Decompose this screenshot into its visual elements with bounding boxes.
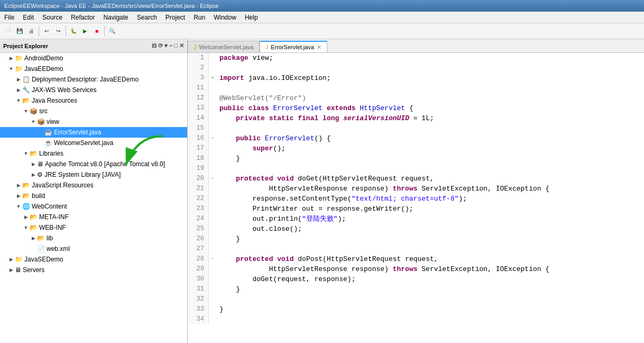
tree-item-jre[interactable]: ▶⚙JRE System Library [JAVA] [0,169,187,180]
tree-arrow-jsres: ▶ [15,183,22,188]
tree-icon-javasdemo: 📁 [15,256,23,263]
tree-item-webxml[interactable]: 📄web.xml [0,243,187,254]
tree-icon-tomcat: 🖥 [37,160,43,168]
code-line-27: 27 [188,244,644,254]
line-code-23: PrintWriter out = response.getWriter(); [216,204,644,214]
undo-btn[interactable]: ↩ [41,25,52,37]
tree-arrow-src: ▼ [22,109,30,114]
tree-label-javasdemo: JavaSEDemo [24,256,63,263]
line-code-28: protected void doPost(HttpServletRequest… [216,254,644,264]
tree-label-jsres: JavaScript Resources [32,182,94,189]
debug-btn[interactable]: 🐛 [68,25,79,37]
tab-welcome[interactable]: J WelcomeServlet.java [188,41,260,52]
tree-label-servers: Servers [23,266,44,274]
menu-item-file[interactable]: File [0,13,19,22]
search-btn[interactable]: 🔍 [106,25,118,37]
code-editor[interactable]: 1 package view; 2 3 + import java.io.IOE… [188,53,644,343]
menu-item-search[interactable]: Search [133,13,161,22]
tree-arrow-libraries: ▼ [22,151,30,156]
tree-item-src[interactable]: ▼📦src [0,106,187,116]
tree-item-welcomeservlet[interactable]: ☕WelcomeServlet.java [0,138,187,148]
tree-item-javares[interactable]: ▼📂Java Resources [0,95,187,106]
editor-tabs: J WelcomeServlet.java J ErrorServlet.jav… [188,39,644,53]
tree-item-webcontent[interactable]: ▼🌐WebContent [0,201,187,212]
tree-item-tomcat[interactable]: ▶🖥Apache Tomcat v8.0 [Apache Tomcat v8.0… [0,159,187,169]
run-btn[interactable]: ▶ [79,25,91,37]
tree-arrow-javares: ▼ [15,98,22,103]
menu-item-help[interactable]: Help [241,13,262,22]
tree-label-welcomeservlet: WelcomeServlet.java [54,139,114,147]
menu-item-navigate[interactable]: Navigate [99,13,132,22]
menu-item-edit[interactable]: Edit [19,13,38,22]
code-line-28: 28 − protected void doPost(HttpServletRe… [188,254,644,264]
tree-label-tomcat: Apache Tomcat v8.0 [Apache Tomcat v8.0] [45,160,165,168]
tree-arrow-lib: ▶ [30,236,37,241]
sync-icon[interactable]: ⟳ [158,42,163,49]
code-line-17: 17 super(); [188,143,644,154]
tree-item-view[interactable]: ▼📦view [0,116,187,127]
tree-item-libraries[interactable]: ▼📂Libraries [0,148,187,159]
code-line-25: 25 out.close(); [188,224,644,234]
maximize-icon[interactable]: □ [174,42,178,49]
line-num-15: 15 [188,123,209,133]
tree-icon-webcontent: 🌐 [22,203,30,210]
code-line-24: 24 out.println("登陆失败"); [188,214,644,224]
minimize-icon[interactable]: − [169,42,172,49]
tree-label-android: AndroidDemo [24,55,63,62]
line-num-26: 26 [188,234,209,244]
tree-item-deploy[interactable]: ▶📋Deployment Descriptor: JavaEEDemo [0,74,187,85]
tree-item-android[interactable]: ▶📁AndroidDemo [0,53,187,64]
menu-item-refactor[interactable]: Refactor [67,13,99,22]
tree-item-jaxws[interactable]: ▶🔧JAX-WS Web Services [0,85,187,95]
tree-arrow-webinf: ▼ [22,225,30,230]
tree-arrow-javasdemo: ▶ [7,257,15,262]
code-line-20: 20 − protected void doGet(HttpServletReq… [188,174,644,184]
menu-item-window[interactable]: Window [209,13,241,22]
line-code-1: package view; [216,53,644,63]
tree-item-build[interactable]: ▶📂build [0,191,187,201]
menu-item-run[interactable]: Run [189,13,209,22]
tree-item-javaee[interactable]: ▼📁JavaEEDemo [0,64,187,74]
code-line-13: 13 public class ErrorServlet extends Htt… [188,103,644,113]
tree-icon-lib: 📂 [37,234,45,242]
title-text: EclipseEEWorkspace - Java EE - JavaEEDem… [4,3,219,9]
code-line-19: 19 [188,164,644,174]
menu-item-project[interactable]: Project [161,13,189,22]
line-num-31: 31 [188,284,209,294]
collapse-icon[interactable]: ⊟ [152,42,157,49]
stop-btn[interactable]: ■ [91,25,103,37]
tree-item-metainf[interactable]: ▶📂META-INF [0,212,187,222]
tree-item-webinf[interactable]: ▼📂WEB-INF [0,222,187,233]
tree-icon-javares: 📂 [22,97,30,104]
error-tab-label: ErrorServlet.java [271,44,314,50]
line-num-22: 22 [188,194,209,204]
tree-item-javasdemo[interactable]: ▶📁JavaSEDemo [0,254,187,265]
code-line-1: 1 package view; [188,53,644,63]
line-code-31: } [216,284,644,294]
line-num-21: 21 [188,184,209,194]
code-line-2: 2 [188,63,644,73]
redo-btn[interactable]: ↪ [52,25,64,37]
tree-item-errorservlet[interactable]: ☕ErrorServlet.java [0,127,187,138]
code-line-3: 3 + import java.io.IOException; [188,73,644,83]
tree-item-jsres[interactable]: ▶📂JavaScript Resources [0,180,187,191]
tab-error[interactable]: J ErrorServlet.java ✕ [260,41,327,52]
error-tab-close[interactable]: ✕ [317,44,321,51]
tree-icon-jsres: 📂 [22,182,30,189]
print-btn[interactable]: 🖨 [25,25,37,37]
tree-label-jaxws: JAX-WS Web Services [32,86,96,94]
tree-arrow-android: ▶ [7,56,15,61]
menu-icon[interactable]: ▾ [164,42,168,49]
tree-item-lib[interactable]: ▶📂lib [0,233,187,243]
new-btn[interactable]: 📄 [2,25,14,37]
line-num-27: 27 [188,244,209,254]
tree-label-webxml: web.xml [47,245,70,252]
tree-item-servers[interactable]: ▶🖥Servers [0,265,187,275]
save-btn[interactable]: 💾 [14,25,25,37]
menu-item-source[interactable]: Source [38,13,67,22]
line-num-28: 28 [188,254,209,264]
close-icon[interactable]: ✕ [179,42,184,49]
line-num-29: 29 [188,264,209,274]
tree-label-javares: Java Resources [32,97,77,104]
tree-icon-webxml: 📄 [37,245,45,252]
